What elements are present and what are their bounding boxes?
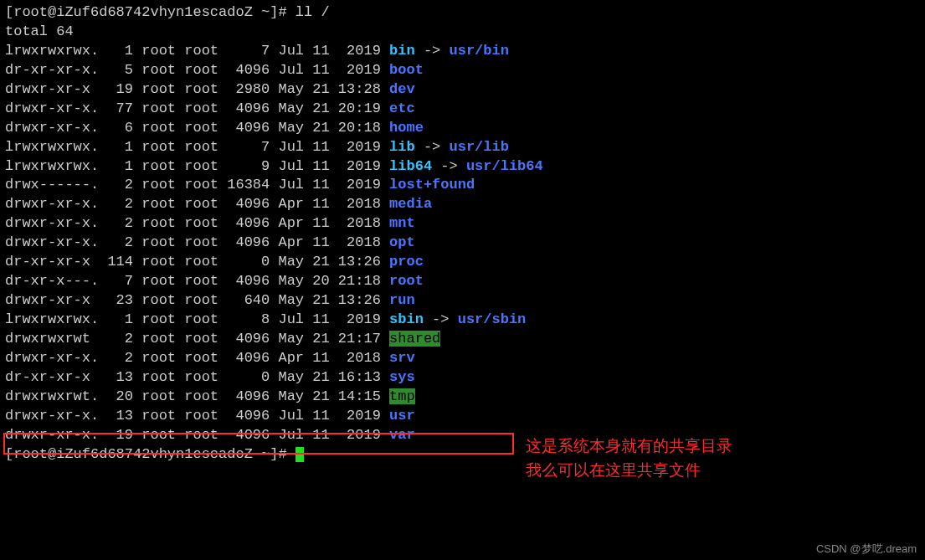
file-srv: srv [389, 350, 415, 366]
listing-row: drwxr-xr-x 19 root root 2980 May 21 13:2… [5, 80, 920, 100]
file-usr: usr [389, 408, 415, 424]
listing-row: drwxr-xr-x. 19 root root 4096 Jul 11 201… [5, 426, 920, 445]
link-target: usr/sbin [458, 311, 527, 327]
link-target: usr/lib64 [466, 158, 543, 174]
listing-row: drwxr-xr-x. 77 root root 4096 May 21 20:… [5, 100, 920, 119]
link-target: usr/bin [450, 43, 509, 59]
listing-row: dr-xr-xr-x 13 root root 0 May 21 16:13 s… [5, 368, 920, 388]
listing-row: lrwxrwxrwx. 1 root root 7 Jul 11 2019 bi… [5, 42, 920, 61]
file-dev: dev [389, 81, 415, 97]
file-sys: sys [389, 369, 415, 385]
listing-row: drwxr-xr-x. 6 root root 4096 May 21 20:1… [5, 119, 920, 138]
listing-row: drwxr-xr-x. 2 root root 4096 Apr 11 2018… [5, 214, 920, 234]
terminal-output[interactable]: [root@iZuf6d68742vhyn1escadoZ ~]# ll /to… [5, 3, 920, 465]
listing-row: dr-xr-xr-x 114 root root 0 May 21 13:26 … [5, 253, 920, 272]
listing-row: dr-xr-x---. 7 root root 4096 May 20 21:1… [5, 272, 920, 291]
file-lost+found: lost+found [389, 177, 475, 193]
prompt-line: [root@iZuf6d68742vhyn1escadoZ ~]# ll / [5, 3, 920, 23]
listing-row: drwxr-xr-x. 13 root root 4096 Jul 11 201… [5, 407, 920, 426]
file-shared: shared [389, 331, 440, 347]
file-bin: bin [389, 43, 415, 59]
listing-row: drwx------. 2 root root 16384 Jul 11 201… [5, 176, 920, 195]
listing-row: dr-xr-xr-x. 5 root root 4096 Jul 11 2019… [5, 61, 920, 80]
file-opt: opt [389, 234, 415, 250]
file-lib64: lib64 [389, 158, 432, 174]
file-run: run [389, 292, 415, 308]
annotation-line2: 我么可以在这里共享文件 [526, 459, 732, 483]
file-etc: etc [389, 100, 415, 116]
file-media: media [389, 196, 432, 212]
listing-row: drwxr-xr-x 23 root root 640 May 21 13:26… [5, 291, 920, 311]
listing-row: lrwxrwxrwx. 1 root root 7 Jul 11 2019 li… [5, 138, 920, 157]
file-var: var [389, 427, 415, 443]
total-line: total 64 [5, 23, 920, 42]
cursor-icon [295, 447, 304, 462]
file-home: home [389, 120, 424, 136]
file-root: root [389, 273, 424, 289]
file-proc: proc [389, 254, 424, 270]
annotation-text: 这是系统本身就有的共享目录 我么可以在这里共享文件 [526, 434, 732, 482]
listing-row: lrwxrwxrwx. 1 root root 9 Jul 11 2019 li… [5, 157, 920, 177]
file-lib: lib [389, 139, 415, 155]
listing-row: drwxrwxrwt 2 root root 4096 May 21 21:17… [5, 330, 920, 349]
listing-row: drwxrwxrwt. 20 root root 4096 May 21 14:… [5, 388, 920, 407]
listing-row: drwxr-xr-x. 2 root root 4096 Apr 11 2018… [5, 234, 920, 253]
watermark: CSDN @梦呓.dream [816, 542, 917, 557]
file-boot: boot [389, 62, 424, 78]
file-sbin: sbin [389, 311, 424, 327]
file-tmp: tmp [389, 388, 415, 404]
link-target: usr/lib [450, 139, 509, 155]
listing-row: drwxr-xr-x. 2 root root 4096 Apr 11 2018… [5, 195, 920, 214]
file-mnt: mnt [389, 215, 415, 231]
prompt-line-2[interactable]: [root@iZuf6d68742vhyn1escadoZ ~]# [5, 445, 920, 465]
listing-row: lrwxrwxrwx. 1 root root 8 Jul 11 2019 sb… [5, 311, 920, 330]
annotation-line1: 这是系统本身就有的共享目录 [526, 434, 732, 459]
listing-row: drwxr-xr-x. 2 root root 4096 Apr 11 2018… [5, 349, 920, 368]
